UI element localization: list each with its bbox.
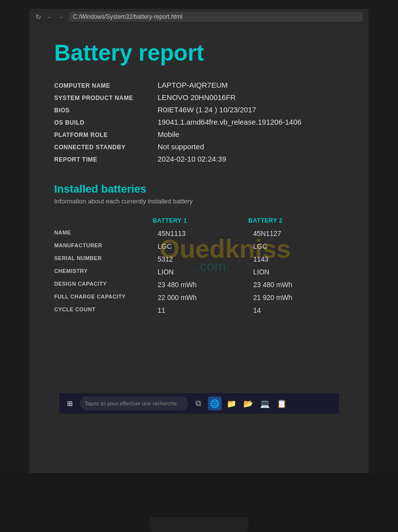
battery1-value: 11 — [153, 304, 248, 317]
battery-table: BATTERY 1 BATTERY 2 NAME 45N1113 45N1127… — [54, 217, 344, 317]
info-label: BIOS — [54, 107, 153, 114]
battery-table-row: FULL CHARGE CAPACITY 22 000 mWh 21 920 m… — [54, 291, 344, 304]
info-label: SYSTEM PRODUCT NAME — [54, 95, 153, 101]
laptop-stand — [150, 517, 248, 532]
battery1-value: 5312 — [153, 253, 248, 266]
screen: Ouedkniss .com Battery report COMPUTER N… — [30, 25, 368, 473]
battery-row-label: SERIAL NUMBER — [54, 253, 153, 266]
batteries-section: Installed batteries Information about ea… — [54, 183, 344, 317]
info-value: R0IET46W (1.24 ) 10/23/2017 — [158, 105, 256, 114]
info-row: SYSTEM PRODUCT NAME LENOVO 20HN0016FR — [54, 93, 344, 101]
taskbar-search[interactable]: Tapez ici pour effectuer une recherche — [80, 397, 188, 410]
battery2-value: 21 920 mWh — [248, 291, 344, 304]
battery-row-label: DESIGN CAPACITY — [54, 278, 153, 291]
battery2-value: 45N1127 — [248, 227, 344, 240]
info-row: PLATFORM ROLE Mobile — [54, 130, 344, 138]
battery2-value: 14 — [248, 304, 344, 317]
back-icon[interactable]: ← — [46, 13, 53, 21]
battery-table-row: NAME 45N1113 45N1127 — [54, 227, 344, 240]
batteries-section-subtitle: Information about each currently install… — [54, 198, 344, 205]
battery1-value: 22 000 mWh — [153, 291, 248, 304]
info-value: LAPTOP-AIQR7EUM — [158, 81, 228, 89]
battery-row-label: CYCLE COUNT — [54, 304, 153, 317]
info-value: Not supported — [158, 142, 204, 151]
info-label: CONNECTED STANDBY — [54, 144, 153, 151]
info-value: Mobile — [158, 130, 179, 138]
url-text: C:/Windows/System32/battery-report.html — [73, 13, 182, 20]
battery-row-label: FULL CHARGE CAPACITY — [54, 291, 153, 304]
file-explorer-icon[interactable]: 📂 — [241, 397, 255, 410]
info-value: 19041.1.amd64fre.vb_release.191206-1406 — [158, 118, 301, 126]
battery-table-row: CHEMISTRY LION LION — [54, 266, 344, 278]
folder-icon[interactable]: 📁 — [225, 397, 238, 410]
info-row: CONNECTED STANDBY Not supported — [54, 142, 344, 151]
battery2-value: LGC — [248, 240, 344, 253]
info-label: REPORT TIME — [54, 156, 153, 163]
battery-row-label: CHEMISTRY — [54, 266, 153, 278]
info-row: COMPUTER NAME LAPTOP-AIQR7EUM — [54, 81, 344, 89]
battery-row-label: MANUFACTURER — [54, 240, 153, 253]
battery2-value: 23 480 mWh — [248, 278, 344, 291]
url-bar[interactable]: C:/Windows/System32/battery-report.html — [69, 12, 363, 22]
col-header-battery2: BATTERY 2 — [248, 217, 344, 227]
bottom-bezel — [0, 473, 398, 532]
info-value: 2024-02-10 02:24:39 — [158, 155, 226, 163]
info-label: PLATFORM ROLE — [54, 132, 153, 138]
taskbar-search-placeholder: Tapez ici pour effectuer une recherche — [85, 400, 177, 406]
info-row: REPORT TIME 2024-02-10 02:24:39 — [54, 155, 344, 163]
battery-table-row: MANUFACTURER LGC LGC — [54, 240, 344, 253]
battery2-value: 1143 — [248, 253, 344, 266]
info-value: LENOVO 20HN0016FR — [158, 93, 235, 101]
taskbar: ⊞ Tapez ici pour effectuer une recherche… — [59, 393, 339, 414]
blue-app-icon[interactable]: 💻 — [258, 397, 272, 410]
battery2-value: LION — [248, 266, 344, 278]
browser-chrome: ↻ ← → C:/Windows/System32/battery-report… — [30, 9, 368, 25]
laptop-outer: ↻ ← → C:/Windows/System32/battery-report… — [0, 0, 398, 532]
battery-table-row: CYCLE COUNT 11 14 — [54, 304, 344, 317]
system-info: COMPUTER NAME LAPTOP-AIQR7EUM SYSTEM PRO… — [54, 81, 344, 163]
info-row: OS BUILD 19041.1.amd64fre.vb_release.191… — [54, 118, 344, 126]
battery-table-row: DESIGN CAPACITY 23 480 mWh 23 480 mWh — [54, 278, 344, 291]
battery1-value: 45N1113 — [153, 227, 248, 240]
batteries-section-title: Installed batteries — [54, 183, 344, 196]
task-view-button[interactable]: ⧉ — [191, 397, 205, 410]
forward-icon[interactable]: → — [58, 13, 64, 21]
battery1-value: LGC — [153, 240, 248, 253]
battery1-value: 23 480 mWh — [153, 278, 248, 291]
refresh-icon[interactable]: ↻ — [35, 13, 41, 21]
report-content: Battery report COMPUTER NAME LAPTOP-AIQR… — [30, 25, 368, 327]
dark-app-icon[interactable]: 📋 — [275, 397, 289, 410]
col-header-battery1: BATTERY 1 — [153, 217, 248, 227]
start-button[interactable]: ⊞ — [63, 397, 77, 410]
info-label: COMPUTER NAME — [54, 82, 153, 89]
page-title: Battery report — [54, 39, 344, 66]
battery1-value: LION — [153, 266, 248, 278]
info-row: BIOS R0IET46W (1.24 ) 10/23/2017 — [54, 105, 344, 114]
edge-icon[interactable]: 🌐 — [208, 397, 222, 410]
info-label: OS BUILD — [54, 119, 153, 126]
battery-table-row: SERIAL NUMBER 5312 1143 — [54, 253, 344, 266]
battery-row-label: NAME — [54, 227, 153, 240]
